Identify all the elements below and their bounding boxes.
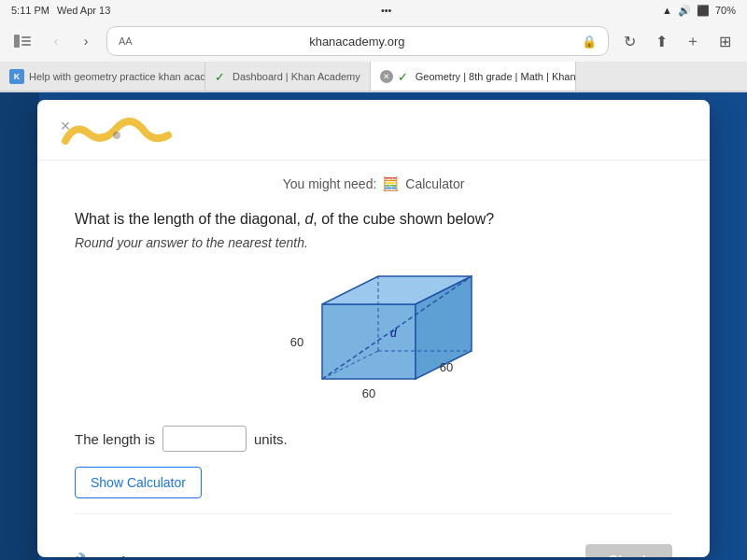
- cube-container: d 60 60 60: [75, 267, 672, 407]
- progress-info: 🔧 8 of 17: [75, 552, 369, 557]
- back-button[interactable]: ‹: [43, 28, 69, 54]
- tab-help-label: Help with geometry practice khan academy…: [29, 71, 205, 82]
- reload-button[interactable]: ↻: [616, 28, 642, 54]
- browser-tabs: K Help with geometry practice khan acade…: [0, 62, 747, 91]
- aa-label: AA: [119, 35, 133, 47]
- sidebar-icon: [14, 35, 31, 48]
- progress-icon: 🔧: [75, 552, 95, 557]
- tab-geometry-label: Geometry | 8th grade | Math | Khan Acade…: [416, 71, 576, 82]
- you-might-need: You might need: 🧮 Calculator: [75, 175, 672, 192]
- show-calculator-button[interactable]: Show Calculator: [75, 467, 202, 498]
- tab-help[interactable]: K Help with geometry practice khan acade…: [0, 62, 205, 91]
- svg-rect-3: [21, 44, 31, 46]
- status-right: ▲ 🔊 ⬛ 70%: [662, 5, 736, 17]
- answer-row: The length is units.: [75, 426, 672, 452]
- cube-diagram: d 60 60 60: [271, 267, 476, 407]
- you-might-need-text: You might need:: [283, 176, 377, 191]
- svg-point-4: [113, 132, 120, 139]
- geometry-favicon: ✓: [398, 70, 411, 83]
- diagonal-var: d: [304, 211, 313, 227]
- date: Wed Apr 13: [57, 5, 110, 16]
- modal-close-button[interactable]: ×: [52, 113, 78, 139]
- tab-dashboard-label: Dashboard | Khan Academy: [233, 71, 360, 82]
- browser-chrome: ‹ › AA khanacademy.org 🔒 ↻ ⬆ ＋ ⊞ K Help …: [0, 21, 747, 92]
- svg-rect-2: [21, 40, 31, 42]
- forward-button[interactable]: ›: [73, 28, 99, 54]
- answer-suffix: units.: [254, 431, 288, 447]
- modal-header: ×: [37, 100, 710, 161]
- status-left: 5:11 PM Wed Apr 13: [11, 5, 110, 16]
- answer-input[interactable]: [162, 426, 247, 452]
- tab-geometry[interactable]: ✕ ✓ Geometry | 8th grade | Math | Khan A…: [371, 62, 576, 91]
- battery-icon: ⬛: [697, 5, 710, 17]
- svg-text:60: 60: [440, 360, 453, 374]
- tab-close-icon[interactable]: ✕: [380, 70, 393, 83]
- calculator-label: Calculator: [405, 176, 464, 191]
- question-text: What is the length of the diagonal, d, o…: [75, 209, 672, 230]
- check-button[interactable]: Check: [585, 544, 672, 557]
- url-text: khanacademy.org: [138, 35, 576, 49]
- svg-rect-1: [21, 36, 31, 38]
- answer-prefix: The length is: [75, 431, 155, 447]
- status-bar: 5:11 PM Wed Apr 13 ••• ▲ 🔊 ⬛ 70%: [0, 0, 747, 21]
- round-note: Round your answer to the nearest tenth.: [75, 235, 672, 250]
- time: 5:11 PM: [11, 5, 49, 16]
- modal-overlay: × You might need: 🧮 Calculator What is t…: [0, 92, 747, 560]
- signal-icon: ▲: [662, 5, 672, 16]
- svg-marker-5: [322, 304, 416, 379]
- svg-rect-0: [14, 35, 20, 48]
- nav-buttons: ‹ ›: [43, 28, 99, 54]
- sidebar-toggle-button[interactable]: [9, 28, 35, 54]
- browser-actions: ↻ ⬆ ＋ ⊞: [616, 28, 738, 54]
- share-button[interactable]: ⬆: [648, 28, 674, 54]
- svg-text:60: 60: [290, 335, 303, 349]
- modal-bottom: 🔧 8 of 17 Check: [37, 544, 710, 557]
- lock-icon: 🔒: [582, 35, 597, 49]
- modal: × You might need: 🧮 Calculator What is t…: [37, 100, 710, 557]
- page-background: ← 8th grade Unit: Geometry 470 × You mig…: [0, 92, 747, 560]
- modal-divider: [75, 513, 672, 514]
- browser-dots-top: •••: [381, 5, 392, 16]
- browser-toolbar: ‹ › AA khanacademy.org 🔒 ↻ ⬆ ＋ ⊞: [0, 21, 747, 62]
- wifi-icon: 🔊: [678, 5, 691, 17]
- help-favicon: K: [9, 69, 24, 84]
- svg-text:d: d: [390, 326, 398, 340]
- modal-body: You might need: 🧮 Calculator What is the…: [37, 161, 710, 544]
- new-tab-button[interactable]: ＋: [680, 28, 706, 54]
- tabs-button[interactable]: ⊞: [712, 28, 738, 54]
- calculator-icon: 🧮: [382, 175, 400, 192]
- dashboard-favicon: ✓: [215, 70, 228, 83]
- progress-label: 8 of 17: [103, 554, 143, 557]
- address-bar[interactable]: AA khanacademy.org 🔒: [106, 26, 609, 56]
- svg-text:60: 60: [362, 386, 375, 400]
- tab-dashboard[interactable]: ✓ Dashboard | Khan Academy: [205, 62, 371, 91]
- battery-pct: 70%: [715, 5, 736, 16]
